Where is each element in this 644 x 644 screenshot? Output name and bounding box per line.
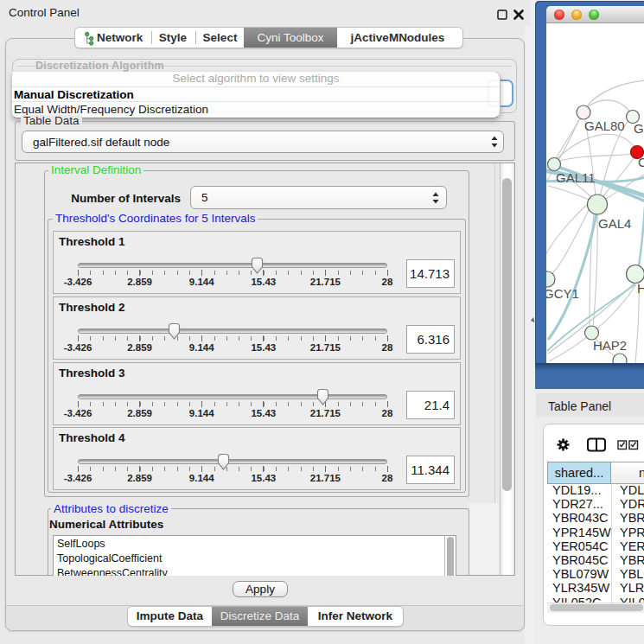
svg-text:GAL11: GAL11 bbox=[556, 170, 596, 185]
svg-text:GAL80: GAL80 bbox=[584, 118, 625, 133]
svg-text:GCY1: GCY1 bbox=[546, 286, 579, 301]
svg-text:C: C bbox=[638, 155, 644, 169]
svg-text:GA: GA bbox=[634, 121, 644, 136]
svg-text:GAL4: GAL4 bbox=[598, 216, 631, 231]
svg-text:H: H bbox=[637, 281, 644, 296]
svg-text:HAP2: HAP2 bbox=[593, 338, 627, 353]
